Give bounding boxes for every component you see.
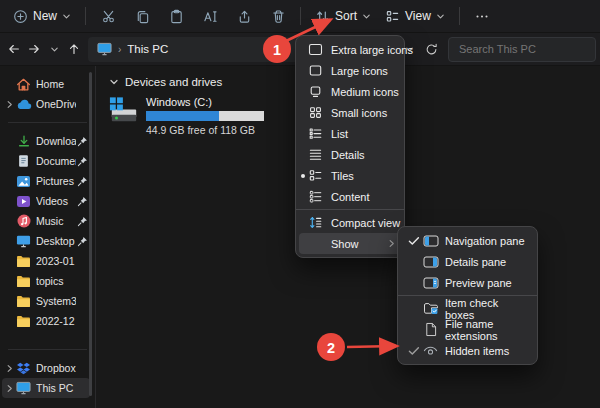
share-icon: [237, 9, 252, 24]
sidebar-item-desktop[interactable]: Desktop: [2, 231, 90, 251]
sidebar-item-label: Documents: [36, 155, 76, 167]
view-menu-item-details[interactable]: Details: [296, 144, 404, 165]
menu-item-label: Show: [331, 238, 387, 250]
submenu-item-label: Details pane: [445, 256, 506, 268]
view-menu-item-list[interactable]: List: [296, 123, 404, 144]
toolbar-separator: [300, 7, 301, 25]
back-icon: [7, 42, 21, 56]
selected-bullet: [301, 174, 305, 178]
expand-chevron-icon[interactable]: [4, 364, 15, 373]
checkmark-icon: [406, 236, 422, 246]
menu-item-label: Content: [331, 191, 396, 203]
pin-icon: [76, 176, 88, 187]
show-submenu-item-navigation-pane[interactable]: Navigation pane: [398, 230, 537, 251]
expand-chevron-icon[interactable]: [4, 384, 15, 393]
sidebar-item-system32[interactable]: System32: [2, 291, 90, 311]
recent-locations-button[interactable]: [44, 37, 64, 61]
document-icon: [15, 154, 32, 168]
menu-item-label: Details: [331, 149, 396, 161]
view-menu-item-extra-large-icons[interactable]: Extra large icons: [296, 39, 404, 60]
view-menu-item-compact-view[interactable]: Compact view: [296, 212, 404, 233]
new-button[interactable]: New: [6, 3, 78, 29]
refresh-button[interactable]: [420, 37, 442, 61]
sidebar-item-label: This PC: [36, 382, 76, 394]
sidebar-item-label: Pictures: [36, 175, 76, 187]
expand-chevron-icon[interactable]: [4, 100, 15, 109]
copy-button[interactable]: [127, 3, 157, 29]
see-more-button[interactable]: [467, 3, 497, 29]
menu-item-label: Small icons: [331, 107, 396, 119]
sidebar-item-2022-12[interactable]: 2022-12: [2, 311, 90, 331]
view-menu-item-content[interactable]: Content: [296, 186, 404, 207]
view-menu-item-medium-icons[interactable]: Medium icons: [296, 81, 404, 102]
sidebar-item-label: Videos: [36, 195, 76, 207]
show-submenu: Navigation paneDetails panePreview paneI…: [397, 226, 538, 365]
sidebar-item-documents[interactable]: Documents: [2, 151, 90, 171]
sidebar-divider: [8, 349, 87, 350]
sidebar-item-label: 2023-01: [36, 255, 76, 267]
monitor-icon: [15, 381, 32, 395]
sidebar-item-music[interactable]: Music: [2, 211, 90, 231]
delete-button[interactable]: [263, 3, 293, 29]
drive-name: Windows (C:): [146, 96, 264, 108]
folder-icon: [15, 255, 32, 267]
cloud-icon: [15, 99, 32, 110]
sort-button[interactable]: Sort: [308, 3, 378, 29]
view-menu-item-small-icons[interactable]: Small icons: [296, 102, 404, 123]
sidebar-item-label: topics: [36, 275, 76, 287]
show-submenu-item-item-check-boxes[interactable]: Item check boxes: [398, 298, 537, 319]
download-icon: [15, 134, 32, 148]
up-button[interactable]: [64, 37, 84, 61]
show-submenu-item-preview-pane[interactable]: Preview pane: [398, 272, 537, 293]
capacity-bar: [146, 111, 264, 121]
show-submenu-item-file-name-extensions[interactable]: File name extensions: [398, 319, 537, 340]
paste-icon: [169, 9, 184, 24]
hard-drive-icon: [109, 96, 139, 125]
dropbox-icon: [15, 362, 32, 375]
pin-icon: [76, 196, 88, 207]
pin-icon: [76, 236, 88, 247]
show-submenu-item-details-pane[interactable]: Details pane: [398, 251, 537, 272]
list-icon: [308, 126, 323, 141]
pane-details-icon: [422, 256, 439, 268]
paste-button[interactable]: [161, 3, 191, 29]
drive-windows-c[interactable]: Windows (C:) 44.9 GB free of 118 GB: [109, 96, 289, 136]
pin-icon: [76, 216, 88, 227]
icon-xl-icon: [308, 42, 323, 57]
sidebar-item-onedrive-pers[interactable]: OneDrive - Pers: [2, 94, 90, 114]
search-box[interactable]: [448, 37, 596, 62]
sidebar-item-dropbox[interactable]: Dropbox: [2, 358, 90, 378]
view-menu-item-show[interactable]: Show: [299, 233, 401, 254]
sidebar-item-this-pc[interactable]: This PC: [2, 378, 90, 398]
rename-button[interactable]: [195, 3, 225, 29]
submenu-item-label: Navigation pane: [445, 235, 525, 247]
sidebar-item-topics[interactable]: topics: [2, 271, 90, 291]
home-icon: [15, 77, 32, 92]
sidebar-item-label: Desktop: [36, 235, 76, 247]
view-icon: [385, 9, 400, 24]
sidebar-item-pictures[interactable]: Pictures: [2, 171, 90, 191]
show-submenu-item-hidden-items[interactable]: Hidden items: [398, 340, 537, 361]
breadcrumb-separator: ›: [118, 44, 121, 55]
sidebar-item-2023-01[interactable]: 2023-01: [2, 251, 90, 271]
share-button[interactable]: [229, 3, 259, 29]
cut-button[interactable]: [93, 3, 123, 29]
sidebar-item-home[interactable]: Home: [2, 74, 90, 94]
search-input[interactable]: [449, 38, 600, 61]
drive-info: Windows (C:) 44.9 GB free of 118 GB: [146, 96, 264, 136]
submenu-item-label: File name extensions: [445, 318, 529, 342]
view-button[interactable]: View: [378, 3, 452, 29]
sidebar-item-label: Home: [36, 78, 76, 90]
chevron-down-icon: [62, 12, 71, 21]
forward-button[interactable]: [24, 37, 44, 61]
sidebar-item-downloads[interactable]: Downloads: [2, 131, 90, 151]
sidebar-item-videos[interactable]: Videos: [2, 191, 90, 211]
view-menu-item-tiles[interactable]: Tiles: [296, 165, 404, 186]
sort-button-label: Sort: [335, 9, 357, 23]
file-explorer-window: New Sort View › This PC: [0, 0, 600, 408]
back-button[interactable]: [4, 37, 24, 61]
videos-icon: [15, 195, 32, 208]
menu-item-label: List: [331, 128, 396, 140]
view-menu-item-large-icons[interactable]: Large icons: [296, 60, 404, 81]
sidebar-scrollbar[interactable]: [89, 72, 92, 396]
